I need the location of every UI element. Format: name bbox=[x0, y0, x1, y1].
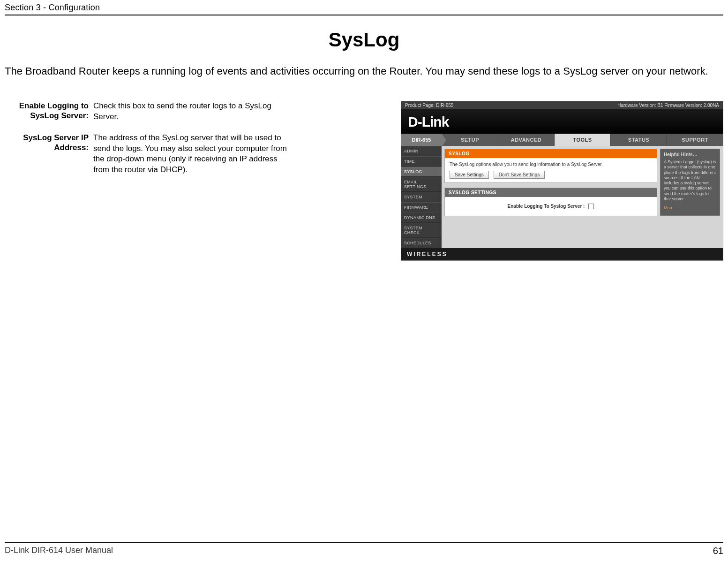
version-label: Hardware Version: B1 Firmware Version: 2… bbox=[617, 103, 719, 108]
definition-row: SysLog Server IP Address: The address of… bbox=[5, 133, 291, 176]
helpful-hints-box: Helpful Hints… A System Logger (syslog) … bbox=[660, 149, 720, 216]
sidebar-item-time[interactable]: TIME bbox=[401, 156, 442, 167]
panel-description: The SysLog options allow you to send log… bbox=[450, 162, 652, 167]
panel-title-syslog: SYSLOG bbox=[445, 149, 657, 158]
sidebar-item-syslog[interactable]: SYSLOG bbox=[401, 167, 442, 177]
sidebar-item-system[interactable]: SYSTEM bbox=[401, 192, 442, 202]
definition-text: Check this box to send the router logs t… bbox=[91, 101, 291, 122]
tab-support[interactable]: SUPPORT bbox=[667, 134, 723, 146]
sidebar-item-admin[interactable]: ADMIN bbox=[401, 146, 442, 156]
tab-status[interactable]: STATUS bbox=[610, 134, 667, 146]
enable-logging-checkbox[interactable] bbox=[588, 204, 594, 209]
sidebar-item-syscheck[interactable]: SYSTEM CHECK bbox=[401, 223, 442, 238]
wireless-footer: WIRELESS bbox=[401, 248, 723, 260]
page-number: 61 bbox=[713, 546, 723, 556]
save-settings-button[interactable]: Save Settings bbox=[450, 171, 489, 179]
definition-text: The address of the SysLog server that wi… bbox=[91, 133, 291, 176]
nav-tabs: SETUP ADVANCED TOOLS STATUS SUPPORT bbox=[442, 134, 723, 146]
hints-more-link[interactable]: More… bbox=[664, 205, 716, 211]
page-title: SysLog bbox=[5, 29, 723, 51]
router-screenshot: Product Page: DIR-655 Hardware Version: … bbox=[401, 101, 723, 261]
panel-title-settings: SYSLOG SETTINGS bbox=[445, 188, 657, 197]
definition-label: Enable Logging to SysLog Server: bbox=[5, 101, 91, 122]
definitions-column: Enable Logging to SysLog Server: Check t… bbox=[5, 101, 291, 186]
section-header: Section 3 - Configuration bbox=[5, 0, 723, 15]
syslog-settings-panel: SYSLOG SETTINGS Enable Logging To Syslog… bbox=[444, 188, 657, 216]
model-label: DIR-655 bbox=[401, 134, 442, 146]
intro-paragraph: The Broadband Router keeps a running log… bbox=[5, 64, 723, 78]
tab-advanced[interactable]: ADVANCED bbox=[498, 134, 554, 146]
dont-save-settings-button[interactable]: Don't Save Settings bbox=[494, 171, 545, 179]
sidebar-item-schedules[interactable]: SCHEDULES bbox=[401, 238, 442, 248]
tab-setup[interactable]: SETUP bbox=[442, 134, 498, 146]
page-footer: D-Link DIR-614 User Manual 61 bbox=[5, 542, 723, 556]
hints-text: A System Logger (syslog) is a server tha… bbox=[664, 159, 716, 202]
sidebar-item-email[interactable]: EMAIL SETTINGS bbox=[401, 177, 442, 192]
enable-logging-label: Enable Logging To Syslog Server : bbox=[508, 204, 585, 209]
product-page-label: Product Page: DIR-655 bbox=[405, 103, 453, 108]
tab-tools[interactable]: TOOLS bbox=[554, 134, 610, 146]
sidebar: ADMIN TIME SYSLOG EMAIL SETTINGS SYSTEM … bbox=[401, 146, 442, 248]
hints-title: Helpful Hints… bbox=[664, 152, 716, 158]
definition-label: SysLog Server IP Address: bbox=[5, 133, 91, 176]
definition-row: Enable Logging to SysLog Server: Check t… bbox=[5, 101, 291, 122]
syslog-panel: SYSLOG The SysLog options allow you to s… bbox=[444, 149, 657, 183]
footer-manual-name: D-Link DIR-614 User Manual bbox=[5, 546, 113, 556]
brand-logo: D-Link bbox=[408, 114, 449, 129]
sidebar-item-firmware[interactable]: FIRMWARE bbox=[401, 202, 442, 212]
sidebar-item-ddns[interactable]: DYNAMIC DNS bbox=[401, 212, 442, 223]
